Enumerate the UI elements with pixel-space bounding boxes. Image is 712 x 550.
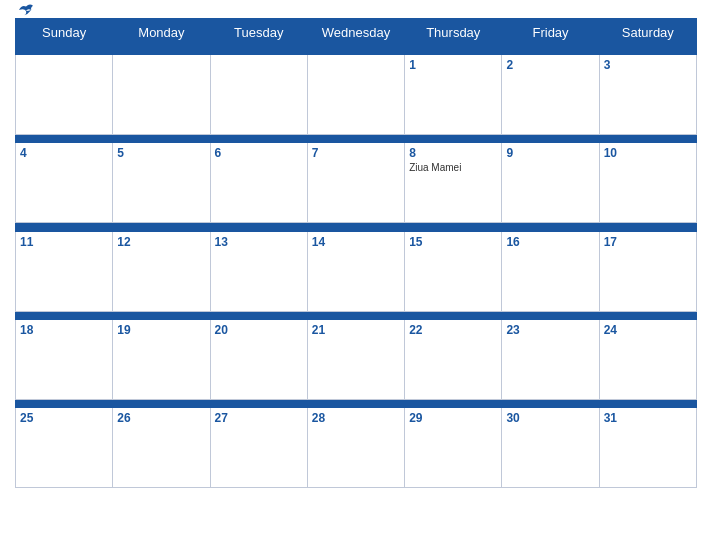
calendar-cell: 25 — [16, 407, 113, 487]
row-separator-0 — [16, 47, 697, 55]
calendar-cell: 18 — [16, 319, 113, 399]
day-number: 16 — [506, 235, 594, 249]
calendar-container: SundayMondayTuesdayWednesdayThursdayFrid… — [0, 0, 712, 550]
day-number: 29 — [409, 411, 497, 425]
calendar-cell: 23 — [502, 319, 599, 399]
calendar-cell — [210, 55, 307, 135]
day-number: 9 — [506, 146, 594, 160]
weekday-thursday: Thursday — [405, 19, 502, 47]
calendar-cell: 10 — [599, 143, 696, 223]
day-number: 17 — [604, 235, 692, 249]
calendar-table: SundayMondayTuesdayWednesdayThursdayFrid… — [15, 18, 697, 488]
logo-bird-icon — [17, 3, 35, 17]
calendar-cell: 11 — [16, 231, 113, 311]
calendar-cell: 17 — [599, 231, 696, 311]
day-number: 5 — [117, 146, 205, 160]
day-number: 6 — [215, 146, 303, 160]
calendar-cell: 26 — [113, 407, 210, 487]
weekday-monday: Monday — [113, 19, 210, 47]
day-number: 11 — [20, 235, 108, 249]
calendar-cell: 20 — [210, 319, 307, 399]
day-number: 1 — [409, 58, 497, 72]
day-number: 26 — [117, 411, 205, 425]
calendar-cell: 30 — [502, 407, 599, 487]
day-number: 20 — [215, 323, 303, 337]
day-number: 25 — [20, 411, 108, 425]
weekday-header-row: SundayMondayTuesdayWednesdayThursdayFrid… — [16, 19, 697, 47]
day-number: 22 — [409, 323, 497, 337]
calendar-cell: 8Ziua Mamei — [405, 143, 502, 223]
calendar-cell: 7 — [307, 143, 404, 223]
calendar-week-row: 11121314151617 — [16, 231, 697, 311]
calendar-week-row: 123 — [16, 55, 697, 135]
day-number: 30 — [506, 411, 594, 425]
calendar-week-row: 45678Ziua Mamei910 — [16, 143, 697, 223]
weekday-tuesday: Tuesday — [210, 19, 307, 47]
calendar-cell: 22 — [405, 319, 502, 399]
day-number: 14 — [312, 235, 400, 249]
calendar-cell: 1 — [405, 55, 502, 135]
calendar-cell: 2 — [502, 55, 599, 135]
calendar-cell: 29 — [405, 407, 502, 487]
day-number: 7 — [312, 146, 400, 160]
holiday-label: Ziua Mamei — [409, 162, 497, 173]
calendar-cell: 9 — [502, 143, 599, 223]
day-number: 23 — [506, 323, 594, 337]
day-number: 18 — [20, 323, 108, 337]
calendar-cell: 19 — [113, 319, 210, 399]
calendar-cell — [307, 55, 404, 135]
day-number: 2 — [506, 58, 594, 72]
day-number: 12 — [117, 235, 205, 249]
calendar-cell — [16, 55, 113, 135]
calendar-cell: 27 — [210, 407, 307, 487]
logo-blue — [15, 3, 35, 17]
day-number: 24 — [604, 323, 692, 337]
day-number: 15 — [409, 235, 497, 249]
calendar-cell: 5 — [113, 143, 210, 223]
row-separator-1 — [16, 135, 697, 143]
day-number: 13 — [215, 235, 303, 249]
row-separator-4 — [16, 399, 697, 407]
day-number: 28 — [312, 411, 400, 425]
calendar-cell: 3 — [599, 55, 696, 135]
calendar-cell: 28 — [307, 407, 404, 487]
day-number: 31 — [604, 411, 692, 425]
calendar-cell: 4 — [16, 143, 113, 223]
day-number: 4 — [20, 146, 108, 160]
day-number: 10 — [604, 146, 692, 160]
calendar-cell: 14 — [307, 231, 404, 311]
day-number: 21 — [312, 323, 400, 337]
weekday-wednesday: Wednesday — [307, 19, 404, 47]
calendar-cell: 24 — [599, 319, 696, 399]
logo — [15, 3, 35, 17]
calendar-cell — [113, 55, 210, 135]
calendar-cell: 21 — [307, 319, 404, 399]
weekday-friday: Friday — [502, 19, 599, 47]
row-separator-3 — [16, 311, 697, 319]
calendar-week-row: 18192021222324 — [16, 319, 697, 399]
calendar-cell: 15 — [405, 231, 502, 311]
row-separator-2 — [16, 223, 697, 231]
calendar-week-row: 25262728293031 — [16, 407, 697, 487]
calendar-cell: 13 — [210, 231, 307, 311]
calendar-cell: 12 — [113, 231, 210, 311]
weekday-sunday: Sunday — [16, 19, 113, 47]
weekday-saturday: Saturday — [599, 19, 696, 47]
calendar-cell: 16 — [502, 231, 599, 311]
day-number: 19 — [117, 323, 205, 337]
day-number: 27 — [215, 411, 303, 425]
calendar-cell: 31 — [599, 407, 696, 487]
day-number: 8 — [409, 146, 497, 160]
day-number: 3 — [604, 58, 692, 72]
calendar-cell: 6 — [210, 143, 307, 223]
